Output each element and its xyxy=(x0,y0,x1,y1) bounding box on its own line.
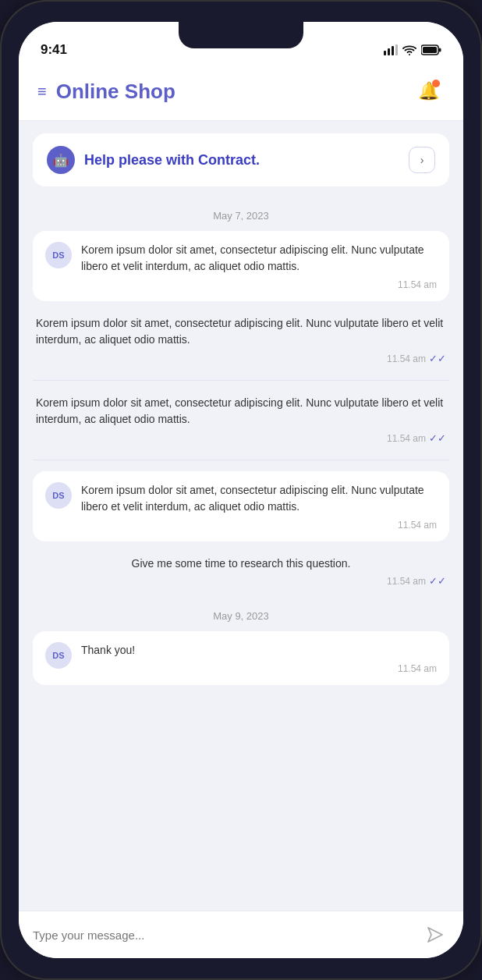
signal-icon xyxy=(384,44,398,58)
message-text-3: Korem ipsum dolor sit amet, consectetur … xyxy=(36,395,446,428)
app-title: Online Shop xyxy=(56,80,175,104)
avatar-6: DS xyxy=(45,642,72,669)
svg-rect-0 xyxy=(384,51,386,55)
svg-rect-3 xyxy=(395,44,398,55)
message-content-6: Thank you! 11.54 am xyxy=(81,642,437,674)
message-time-3: 11.54 am ✓✓ xyxy=(36,432,446,444)
message-time-6: 11.54 am xyxy=(81,663,437,674)
wifi-icon xyxy=(402,44,416,58)
message-time-2: 11.54 am ✓✓ xyxy=(36,353,446,364)
input-bar xyxy=(19,911,463,958)
battery-icon xyxy=(421,44,441,58)
message-received-1: DS Korem ipsum dolor sit amet, consectet… xyxy=(33,231,449,301)
contract-card-left: 🤖 Help please with Contract. xyxy=(47,146,260,174)
phone-frame: 9:41 xyxy=(0,0,482,980)
message-time-4: 11.54 am xyxy=(81,520,437,531)
status-icons xyxy=(384,44,441,58)
message-received-6: DS Thank you! 11.54 am xyxy=(33,631,449,685)
divider-1 xyxy=(33,380,449,381)
message-sent-2: Korem ipsum dolor sit amet, consectetur … xyxy=(33,312,449,374)
message-text-2: Korem ipsum dolor sit amet, consectetur … xyxy=(36,315,446,348)
message-text-5: Give me some time to research this quest… xyxy=(36,556,446,572)
avatar-1: DS xyxy=(45,242,72,268)
notch xyxy=(179,22,303,48)
message-time-1: 11.54 am xyxy=(81,279,437,290)
contract-title: Help please with Contract. xyxy=(84,152,260,169)
message-short-sent-5: Give me some time to research this quest… xyxy=(33,552,449,596)
notification-button[interactable]: 🔔 xyxy=(412,75,445,108)
svg-rect-7 xyxy=(439,48,441,52)
svg-rect-2 xyxy=(392,46,394,55)
menu-icon[interactable]: ≡ xyxy=(37,83,47,101)
app-header: ≡ Online Shop 🔔 xyxy=(19,64,463,121)
messages-area: May 7, 2023 DS Korem ipsum dolor sit ame… xyxy=(19,193,463,911)
notification-dot xyxy=(432,80,440,87)
header-left: ≡ Online Shop xyxy=(37,80,175,104)
avatar-4: DS xyxy=(45,482,72,509)
svg-rect-6 xyxy=(423,47,437,53)
svg-point-4 xyxy=(409,54,410,55)
arrow-icon: › xyxy=(420,154,424,166)
date-separator-1: May 7, 2023 xyxy=(33,210,449,222)
status-time: 9:41 xyxy=(41,42,67,58)
message-input[interactable] xyxy=(33,929,412,942)
message-text-4: Korem ipsum dolor sit amet, consectetur … xyxy=(81,482,437,515)
double-check-5: ✓✓ xyxy=(429,575,446,587)
message-sent-3: Korem ipsum dolor sit amet, consectetur … xyxy=(33,392,449,453)
divider-2 xyxy=(33,460,449,460)
phone-screen: 9:41 xyxy=(19,22,463,958)
message-received-4: DS Korem ipsum dolor sit amet, consectet… xyxy=(33,471,449,541)
message-content-4: Korem ipsum dolor sit amet, consectetur … xyxy=(81,482,437,531)
double-check-3: ✓✓ xyxy=(429,432,446,444)
double-check-2: ✓✓ xyxy=(429,353,446,364)
contract-card[interactable]: 🤖 Help please with Contract. › xyxy=(33,133,449,186)
message-text-1: Korem ipsum dolor sit amet, consectetur … xyxy=(81,242,437,275)
chat-container: 🤖 Help please with Contract. › May 7, 20… xyxy=(19,121,463,911)
contract-icon: 🤖 xyxy=(47,146,75,174)
message-text-6: Thank you! xyxy=(81,642,437,659)
message-time-5: 11.54 am ✓✓ xyxy=(36,575,446,587)
date-separator-2: May 9, 2023 xyxy=(33,610,449,622)
send-button[interactable] xyxy=(421,921,449,949)
svg-rect-1 xyxy=(388,48,390,55)
contract-arrow-button[interactable]: › xyxy=(409,147,435,173)
message-content-1: Korem ipsum dolor sit amet, consectetur … xyxy=(81,242,437,290)
